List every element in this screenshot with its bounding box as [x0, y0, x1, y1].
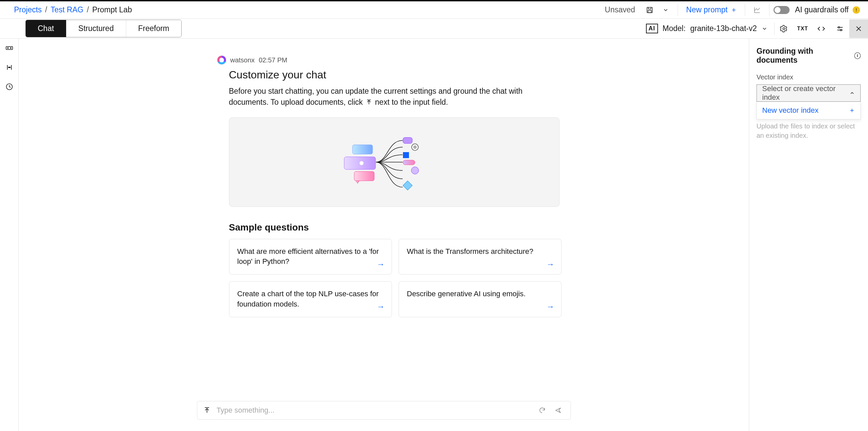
- new-prompt-button[interactable]: New prompt: [682, 5, 741, 14]
- sample-question-text: What are more efficient alternatives to …: [237, 247, 379, 266]
- svg-marker-24: [356, 181, 359, 184]
- chat-input[interactable]: [217, 406, 532, 415]
- svg-rect-20: [352, 145, 373, 154]
- model-name: granite-13b-chat-v2: [690, 24, 757, 33]
- svg-rect-29: [403, 160, 415, 165]
- chart-icon[interactable]: [749, 2, 765, 18]
- model-prefix: Model:: [663, 24, 686, 33]
- svg-point-13: [10, 48, 11, 49]
- chevron-down-icon: [762, 26, 768, 32]
- upload-icon[interactable]: [203, 407, 211, 414]
- breadcrumb-current: Prompt Lab: [92, 5, 132, 14]
- chevron-up-icon: [849, 90, 855, 96]
- grounding-title: Grounding with documents: [756, 47, 851, 65]
- vector-index-dropdown: New vector index: [756, 102, 861, 120]
- mode-toolbar: Chat Structured Freeform AI Model: grani…: [0, 19, 868, 39]
- svg-rect-28: [403, 152, 409, 158]
- sample-questions-title: Sample questions: [229, 222, 551, 233]
- guardrails-toggle[interactable]: [774, 6, 789, 14]
- arrow-right-icon: →: [547, 259, 555, 270]
- breadcrumb-separator: /: [87, 5, 89, 14]
- save-icon[interactable]: [642, 2, 658, 18]
- sample-question-text: Create a chart of the top NLP use-cases …: [237, 290, 379, 308]
- svg-rect-23: [354, 171, 374, 181]
- chat-input-bar: [197, 401, 571, 420]
- plus-icon: [849, 107, 855, 113]
- mode-structured[interactable]: Structured: [66, 20, 126, 37]
- breadcrumb-project[interactable]: Test RAG: [51, 5, 83, 14]
- warning-icon: !: [852, 6, 860, 14]
- ai-badge-icon: AI: [646, 24, 658, 33]
- breadcrumb: Projects / Test RAG / Prompt Lab Unsaved…: [0, 1, 868, 19]
- history-icon[interactable]: [4, 81, 15, 92]
- new-vector-index-option[interactable]: New vector index: [757, 102, 860, 119]
- mode-switch: Chat Structured Freeform: [25, 20, 182, 37]
- svg-point-22: [360, 161, 364, 165]
- sample-question-card[interactable]: Create a chart of the top NLP use-cases …: [229, 281, 392, 317]
- customize-body: Before you start chatting, you can updat…: [229, 86, 536, 108]
- svg-point-26: [412, 144, 418, 151]
- vector-index-select[interactable]: Select or create vector index: [756, 85, 861, 102]
- avatar: [217, 55, 226, 65]
- settings-sliders-icon[interactable]: [831, 19, 849, 38]
- svg-rect-31: [403, 181, 412, 190]
- sender-time: 02:57 PM: [259, 56, 287, 64]
- svg-rect-25: [403, 137, 412, 143]
- vector-index-help: Upload the files to index or select an e…: [756, 122, 861, 140]
- chat-main: watsonx 02:57 PM Customize your chat Bef…: [19, 39, 749, 431]
- reset-icon[interactable]: [538, 407, 549, 414]
- grounding-panel: Grounding with documents i Vector index …: [749, 39, 868, 431]
- unsaved-label: Unsaved: [605, 5, 635, 14]
- upload-inline-icon: [365, 98, 373, 106]
- send-icon[interactable]: [555, 407, 564, 414]
- sender-name: watsonx: [230, 56, 255, 64]
- model-selector[interactable]: AI Model: granite-13b-chat-v2: [639, 24, 775, 33]
- sample-question-card[interactable]: What is the Transformers architecture? →: [399, 239, 561, 275]
- customize-title: Customize your chat: [229, 69, 551, 81]
- sample-questions-grid: What are more efficient alternatives to …: [229, 239, 551, 317]
- chat-illustration: [338, 129, 451, 196]
- arrow-right-icon: →: [377, 259, 385, 270]
- svg-point-12: [7, 48, 8, 49]
- svg-rect-1: [648, 10, 651, 13]
- svg-point-4: [783, 28, 785, 30]
- info-icon[interactable]: i: [854, 53, 861, 59]
- arrow-right-icon: →: [547, 301, 555, 312]
- new-prompt-label: New prompt: [686, 5, 727, 14]
- prompt-variables-icon[interactable]: [4, 62, 15, 73]
- svg-point-16: [10, 67, 10, 68]
- guardrails-toggle-group: AI guardrails off !: [774, 5, 860, 14]
- svg-point-7: [838, 26, 840, 28]
- left-rail: [0, 39, 19, 431]
- vector-index-placeholder: Select or create vector index: [762, 85, 849, 102]
- sample-question-card[interactable]: Describe generative AI using emojis. →: [399, 281, 561, 317]
- txt-export-icon[interactable]: TXT: [793, 19, 812, 38]
- sample-question-card[interactable]: What are more efficient alternatives to …: [229, 239, 392, 275]
- guardrails-label: AI guardrails off: [795, 5, 849, 14]
- mode-freeform[interactable]: Freeform: [126, 20, 181, 37]
- sample-question-text: What is the Transformers architecture?: [407, 247, 533, 256]
- variables-icon[interactable]: [4, 43, 15, 54]
- model-parameters-icon[interactable]: [775, 19, 793, 38]
- code-icon[interactable]: [812, 19, 831, 38]
- sample-question-text: Describe generative AI using emojis.: [407, 290, 526, 298]
- vector-index-label: Vector index: [756, 73, 861, 81]
- svg-rect-11: [6, 47, 13, 50]
- save-menu-chevron-icon[interactable]: [658, 2, 674, 18]
- mode-chat[interactable]: Chat: [26, 20, 66, 37]
- breadcrumb-separator: /: [45, 5, 47, 14]
- breadcrumb-projects[interactable]: Projects: [14, 5, 42, 14]
- new-vector-index-label: New vector index: [762, 106, 818, 115]
- arrow-right-icon: →: [377, 301, 385, 312]
- svg-point-8: [840, 29, 842, 30]
- svg-point-30: [411, 167, 418, 174]
- close-panel-icon[interactable]: [849, 19, 868, 38]
- svg-point-27: [414, 146, 416, 148]
- illustration-card: [229, 118, 560, 207]
